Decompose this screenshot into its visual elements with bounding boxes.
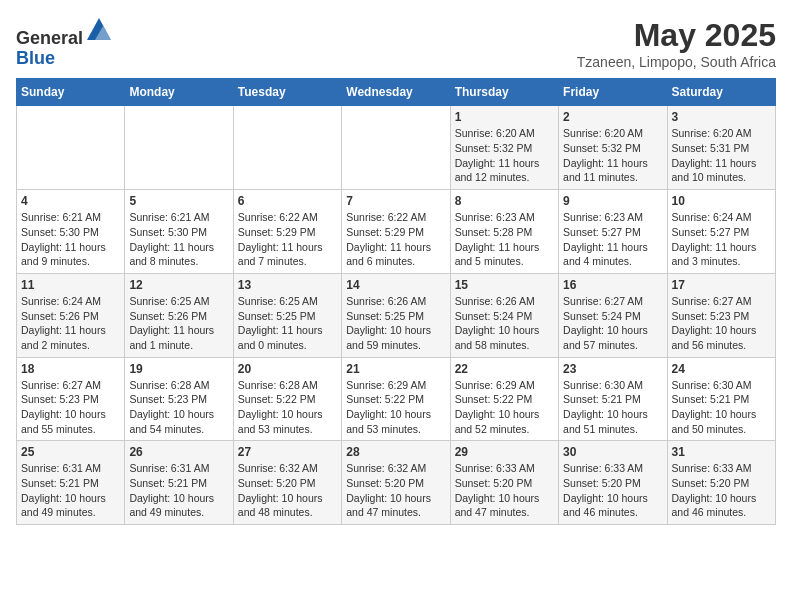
day-number: 27	[238, 445, 337, 459]
day-number: 21	[346, 362, 445, 376]
day-cell	[342, 106, 450, 190]
logo-icon	[85, 16, 113, 44]
day-cell: 24Sunrise: 6:30 AM Sunset: 5:21 PM Dayli…	[667, 357, 775, 441]
day-cell: 26Sunrise: 6:31 AM Sunset: 5:21 PM Dayli…	[125, 441, 233, 525]
day-number: 25	[21, 445, 120, 459]
day-info: Sunrise: 6:27 AM Sunset: 5:23 PM Dayligh…	[672, 294, 771, 353]
day-cell: 19Sunrise: 6:28 AM Sunset: 5:23 PM Dayli…	[125, 357, 233, 441]
day-cell	[17, 106, 125, 190]
day-cell	[125, 106, 233, 190]
day-cell: 23Sunrise: 6:30 AM Sunset: 5:21 PM Dayli…	[559, 357, 667, 441]
day-info: Sunrise: 6:27 AM Sunset: 5:24 PM Dayligh…	[563, 294, 662, 353]
day-info: Sunrise: 6:26 AM Sunset: 5:25 PM Dayligh…	[346, 294, 445, 353]
day-cell: 9Sunrise: 6:23 AM Sunset: 5:27 PM Daylig…	[559, 190, 667, 274]
day-info: Sunrise: 6:20 AM Sunset: 5:32 PM Dayligh…	[563, 126, 662, 185]
day-number: 26	[129, 445, 228, 459]
calendar-table: SundayMondayTuesdayWednesdayThursdayFrid…	[16, 78, 776, 525]
weekday-header-sunday: Sunday	[17, 79, 125, 106]
day-number: 7	[346, 194, 445, 208]
day-info: Sunrise: 6:32 AM Sunset: 5:20 PM Dayligh…	[346, 461, 445, 520]
day-number: 2	[563, 110, 662, 124]
day-cell: 30Sunrise: 6:33 AM Sunset: 5:20 PM Dayli…	[559, 441, 667, 525]
day-cell: 22Sunrise: 6:29 AM Sunset: 5:22 PM Dayli…	[450, 357, 558, 441]
day-cell: 29Sunrise: 6:33 AM Sunset: 5:20 PM Dayli…	[450, 441, 558, 525]
day-number: 15	[455, 278, 554, 292]
location: Tzaneen, Limpopo, South Africa	[577, 54, 776, 70]
day-cell: 21Sunrise: 6:29 AM Sunset: 5:22 PM Dayli…	[342, 357, 450, 441]
day-number: 29	[455, 445, 554, 459]
page-header: General Blue May 2025 Tzaneen, Limpopo, …	[16, 16, 776, 70]
day-cell: 5Sunrise: 6:21 AM Sunset: 5:30 PM Daylig…	[125, 190, 233, 274]
day-info: Sunrise: 6:21 AM Sunset: 5:30 PM Dayligh…	[129, 210, 228, 269]
day-cell: 15Sunrise: 6:26 AM Sunset: 5:24 PM Dayli…	[450, 273, 558, 357]
day-number: 19	[129, 362, 228, 376]
day-info: Sunrise: 6:30 AM Sunset: 5:21 PM Dayligh…	[672, 378, 771, 437]
logo-general: General	[16, 28, 83, 48]
day-info: Sunrise: 6:20 AM Sunset: 5:32 PM Dayligh…	[455, 126, 554, 185]
day-info: Sunrise: 6:22 AM Sunset: 5:29 PM Dayligh…	[346, 210, 445, 269]
day-cell: 17Sunrise: 6:27 AM Sunset: 5:23 PM Dayli…	[667, 273, 775, 357]
day-info: Sunrise: 6:25 AM Sunset: 5:25 PM Dayligh…	[238, 294, 337, 353]
logo-blue: Blue	[16, 48, 55, 68]
week-row-1: 1Sunrise: 6:20 AM Sunset: 5:32 PM Daylig…	[17, 106, 776, 190]
day-cell: 12Sunrise: 6:25 AM Sunset: 5:26 PM Dayli…	[125, 273, 233, 357]
day-number: 22	[455, 362, 554, 376]
day-info: Sunrise: 6:25 AM Sunset: 5:26 PM Dayligh…	[129, 294, 228, 353]
day-info: Sunrise: 6:31 AM Sunset: 5:21 PM Dayligh…	[21, 461, 120, 520]
day-number: 28	[346, 445, 445, 459]
weekday-header-monday: Monday	[125, 79, 233, 106]
day-number: 17	[672, 278, 771, 292]
day-cell: 13Sunrise: 6:25 AM Sunset: 5:25 PM Dayli…	[233, 273, 341, 357]
day-number: 1	[455, 110, 554, 124]
day-info: Sunrise: 6:26 AM Sunset: 5:24 PM Dayligh…	[455, 294, 554, 353]
day-cell: 16Sunrise: 6:27 AM Sunset: 5:24 PM Dayli…	[559, 273, 667, 357]
day-number: 30	[563, 445, 662, 459]
weekday-header-row: SundayMondayTuesdayWednesdayThursdayFrid…	[17, 79, 776, 106]
day-cell: 11Sunrise: 6:24 AM Sunset: 5:26 PM Dayli…	[17, 273, 125, 357]
weekday-header-friday: Friday	[559, 79, 667, 106]
day-number: 20	[238, 362, 337, 376]
day-info: Sunrise: 6:23 AM Sunset: 5:28 PM Dayligh…	[455, 210, 554, 269]
day-cell: 8Sunrise: 6:23 AM Sunset: 5:28 PM Daylig…	[450, 190, 558, 274]
day-number: 23	[563, 362, 662, 376]
day-cell: 28Sunrise: 6:32 AM Sunset: 5:20 PM Dayli…	[342, 441, 450, 525]
week-row-3: 11Sunrise: 6:24 AM Sunset: 5:26 PM Dayli…	[17, 273, 776, 357]
day-info: Sunrise: 6:20 AM Sunset: 5:31 PM Dayligh…	[672, 126, 771, 185]
day-cell: 31Sunrise: 6:33 AM Sunset: 5:20 PM Dayli…	[667, 441, 775, 525]
day-info: Sunrise: 6:21 AM Sunset: 5:30 PM Dayligh…	[21, 210, 120, 269]
week-row-4: 18Sunrise: 6:27 AM Sunset: 5:23 PM Dayli…	[17, 357, 776, 441]
day-cell	[233, 106, 341, 190]
day-info: Sunrise: 6:33 AM Sunset: 5:20 PM Dayligh…	[672, 461, 771, 520]
day-number: 5	[129, 194, 228, 208]
day-info: Sunrise: 6:29 AM Sunset: 5:22 PM Dayligh…	[346, 378, 445, 437]
day-cell: 10Sunrise: 6:24 AM Sunset: 5:27 PM Dayli…	[667, 190, 775, 274]
day-info: Sunrise: 6:28 AM Sunset: 5:22 PM Dayligh…	[238, 378, 337, 437]
day-cell: 6Sunrise: 6:22 AM Sunset: 5:29 PM Daylig…	[233, 190, 341, 274]
weekday-header-thursday: Thursday	[450, 79, 558, 106]
day-info: Sunrise: 6:30 AM Sunset: 5:21 PM Dayligh…	[563, 378, 662, 437]
day-cell: 25Sunrise: 6:31 AM Sunset: 5:21 PM Dayli…	[17, 441, 125, 525]
day-info: Sunrise: 6:33 AM Sunset: 5:20 PM Dayligh…	[563, 461, 662, 520]
weekday-header-wednesday: Wednesday	[342, 79, 450, 106]
day-number: 8	[455, 194, 554, 208]
day-cell: 27Sunrise: 6:32 AM Sunset: 5:20 PM Dayli…	[233, 441, 341, 525]
day-info: Sunrise: 6:24 AM Sunset: 5:27 PM Dayligh…	[672, 210, 771, 269]
day-info: Sunrise: 6:28 AM Sunset: 5:23 PM Dayligh…	[129, 378, 228, 437]
day-info: Sunrise: 6:29 AM Sunset: 5:22 PM Dayligh…	[455, 378, 554, 437]
day-cell: 3Sunrise: 6:20 AM Sunset: 5:31 PM Daylig…	[667, 106, 775, 190]
day-info: Sunrise: 6:33 AM Sunset: 5:20 PM Dayligh…	[455, 461, 554, 520]
day-info: Sunrise: 6:22 AM Sunset: 5:29 PM Dayligh…	[238, 210, 337, 269]
day-cell: 20Sunrise: 6:28 AM Sunset: 5:22 PM Dayli…	[233, 357, 341, 441]
day-number: 13	[238, 278, 337, 292]
day-cell: 14Sunrise: 6:26 AM Sunset: 5:25 PM Dayli…	[342, 273, 450, 357]
day-info: Sunrise: 6:27 AM Sunset: 5:23 PM Dayligh…	[21, 378, 120, 437]
day-cell: 2Sunrise: 6:20 AM Sunset: 5:32 PM Daylig…	[559, 106, 667, 190]
day-info: Sunrise: 6:23 AM Sunset: 5:27 PM Dayligh…	[563, 210, 662, 269]
day-number: 24	[672, 362, 771, 376]
day-info: Sunrise: 6:31 AM Sunset: 5:21 PM Dayligh…	[129, 461, 228, 520]
weekday-header-tuesday: Tuesday	[233, 79, 341, 106]
day-number: 9	[563, 194, 662, 208]
day-number: 6	[238, 194, 337, 208]
week-row-2: 4Sunrise: 6:21 AM Sunset: 5:30 PM Daylig…	[17, 190, 776, 274]
month-title: May 2025	[577, 16, 776, 54]
